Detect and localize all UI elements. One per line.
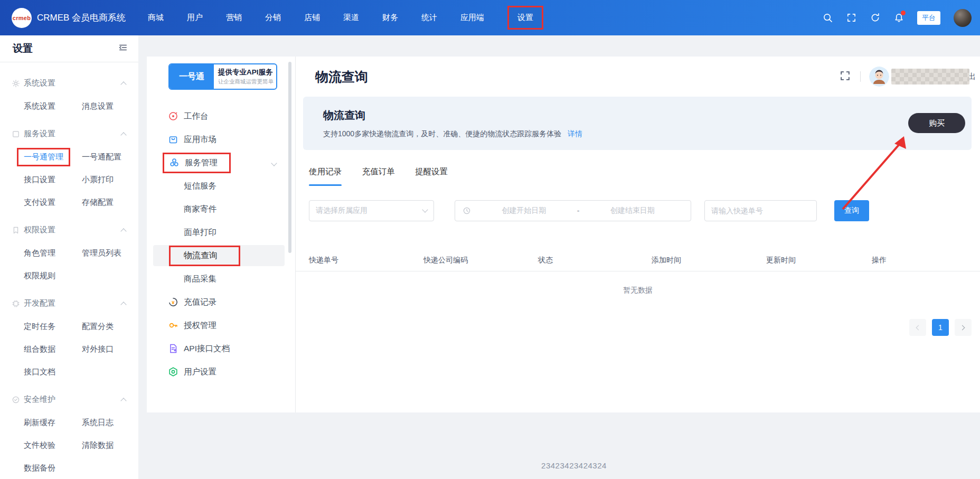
- nav-item-store[interactable]: 店铺: [304, 13, 320, 23]
- sidebar-item-data-backup[interactable]: 数据备份: [24, 456, 82, 479]
- nav-item-marketing[interactable]: 营销: [226, 13, 242, 23]
- nav-item-channel[interactable]: 渠道: [343, 13, 359, 23]
- bell-icon[interactable]: [893, 13, 904, 23]
- search-icon[interactable]: [822, 13, 833, 23]
- menu-label: 商品采集: [184, 274, 216, 285]
- sidebar-group-dev: 开发配置 定时任务 配置分类 组合数据 对外接口 接口文档: [0, 292, 138, 383]
- sidebar-item-admin-list[interactable]: 管理员列表: [82, 241, 138, 264]
- sidebar-item-file-verify[interactable]: 文件校验: [24, 434, 82, 456]
- sidebar-item-clear-data[interactable]: 清除数据: [82, 434, 138, 456]
- platform-badge[interactable]: 平台: [917, 11, 940, 25]
- nav-item-user[interactable]: 用户: [187, 13, 203, 23]
- divider: [860, 71, 861, 82]
- sidebar-group-header-permission[interactable]: 权限设置: [0, 219, 138, 241]
- sidebar-item-api-settings[interactable]: 接口设置: [24, 168, 82, 191]
- detail-link[interactable]: 详情: [568, 129, 582, 138]
- chevron-up-icon: [120, 228, 126, 234]
- menu-item-api-docs[interactable]: API接口文档: [147, 337, 295, 360]
- sidebar-item-storage-config[interactable]: 存储配置: [82, 191, 138, 213]
- sidebar-group-system: 系统设置 系统设置 消息设置: [0, 72, 138, 117]
- sidebar-item-system-settings[interactable]: 系统设置: [24, 95, 82, 117]
- group-items: 定时任务 配置分类 组合数据 对外接口 接口文档: [0, 315, 138, 383]
- table-header: 快递单号 快递公司编码 状态 添加时间 更新时间 操作: [296, 250, 980, 271]
- sidebar-item-refresh-cache[interactable]: 刷新缓存: [24, 411, 82, 434]
- search-button[interactable]: 查询: [834, 200, 869, 221]
- brand-title: CRMEB 会员电商系统: [37, 12, 126, 24]
- menu-item-logistics-query[interactable]: 物流查询: [153, 245, 285, 266]
- collapse-sidebar-icon[interactable]: [118, 43, 128, 54]
- date-range-picker[interactable]: 创建开始日期 - 创建结束日期: [455, 200, 691, 221]
- content-region: 一号通 提供专业API服务 让企业商城运营更简单 工作台: [138, 35, 980, 479]
- sidebar-item-api-docs[interactable]: 接口文档: [24, 360, 82, 383]
- menu-label: API接口文档: [184, 343, 230, 354]
- group-label: 服务设置: [24, 129, 55, 139]
- sidebar-group-header-system[interactable]: 系统设置: [0, 72, 138, 95]
- sidebar-item-receipt-print[interactable]: 小票打印: [82, 168, 138, 191]
- menu-item-label-print[interactable]: 面单打印: [147, 221, 295, 244]
- sidebar-item-cron-tasks[interactable]: 定时任务: [24, 315, 82, 337]
- nav-item-finance[interactable]: 财务: [382, 13, 398, 23]
- yuan-circle-icon: ¥: [168, 297, 178, 307]
- menu-item-recharge-records[interactable]: ¥ 充值记录: [147, 290, 295, 314]
- nav-item-mall[interactable]: 商城: [148, 13, 164, 23]
- service-banner: 物流查询 支持1000多家快递物流查询，及时、准确、便捷的物流状态跟踪服务体验 …: [303, 97, 972, 150]
- onepass-logo: 一号通: [169, 64, 214, 89]
- chevron-right-icon: [960, 325, 965, 330]
- tracking-number-input[interactable]: [711, 206, 810, 215]
- menu-item-user-settings[interactable]: 用户设置: [147, 360, 295, 383]
- menu-item-app-market[interactable]: 应用市场: [147, 128, 295, 151]
- settings-sidebar: 设置 系统设置 系统设置 消息设置: [0, 35, 138, 479]
- current-page[interactable]: 1: [932, 319, 949, 336]
- tab-usage-records[interactable]: 使用记录: [309, 166, 342, 186]
- buy-button[interactable]: 购买: [908, 113, 965, 133]
- prev-page-button[interactable]: [909, 319, 926, 336]
- sidebar-item-role-management[interactable]: 角色管理: [24, 241, 82, 264]
- sidebar-item-onepass-management[interactable]: 一号通管理: [24, 145, 82, 168]
- sidebar-item-combined-data[interactable]: 组合数据: [24, 337, 82, 360]
- sidebar-item-permission-rules[interactable]: 权限规则: [24, 264, 82, 287]
- menu-label: 面单打印: [184, 227, 216, 238]
- menu-item-product-collect[interactable]: 商品采集: [147, 267, 295, 290]
- nav-item-settings[interactable]: 设置: [507, 6, 543, 30]
- nav-item-app-client[interactable]: 应用端: [460, 13, 484, 23]
- menu-item-sms-service[interactable]: 短信服务: [147, 174, 295, 198]
- app-select-placeholder: 请选择所属应用: [316, 206, 368, 215]
- menu-label: 商家寄件: [184, 204, 216, 215]
- app-select[interactable]: 请选择所属应用: [309, 200, 434, 221]
- sidebar-item-payment-settings[interactable]: 支付设置: [24, 191, 82, 213]
- scrollbar[interactable]: [288, 62, 291, 253]
- menu-item-workbench[interactable]: 工作台: [147, 105, 295, 128]
- sidebar-item-external-api[interactable]: 对外接口: [82, 337, 138, 360]
- menu-label: 服务管理: [185, 157, 218, 168]
- user-avatar[interactable]: [869, 67, 889, 87]
- chevron-up-icon: [120, 132, 126, 138]
- group-label: 权限设置: [24, 225, 55, 235]
- menu-label: 充值记录: [184, 297, 216, 308]
- topnav-avatar[interactable]: [954, 9, 972, 27]
- nav-item-statistics[interactable]: 统计: [421, 13, 437, 23]
- clock-icon: [463, 206, 471, 215]
- sidebar-item-config-category[interactable]: 配置分类: [82, 315, 138, 337]
- menu-item-merchant-shipping[interactable]: 商家寄件: [147, 198, 295, 221]
- empty-state: 暂无数据: [296, 286, 980, 295]
- sidebar-group-header-dev[interactable]: 开发配置: [0, 292, 138, 315]
- fullscreen-icon[interactable]: [846, 13, 856, 23]
- fullscreen-icon[interactable]: [840, 70, 851, 83]
- nav-item-distribution[interactable]: 分销: [265, 13, 281, 23]
- logistics-query-page: 物流查询 退出: [296, 57, 980, 412]
- nodes-icon: [169, 157, 180, 168]
- sidebar-item-system-log[interactable]: 系统日志: [82, 411, 138, 434]
- sidebar-item-message-settings[interactable]: 消息设置: [82, 95, 138, 117]
- tab-recharge-orders[interactable]: 充值订单: [362, 166, 394, 186]
- onepass-brand-badge[interactable]: 一号通 提供专业API服务 让企业商城运营更简单: [168, 63, 277, 90]
- menu-item-auth-management[interactable]: 授权管理: [147, 314, 295, 337]
- next-page-button[interactable]: [955, 319, 972, 336]
- tab-reminder-settings[interactable]: 提醒设置: [415, 166, 448, 186]
- menu-item-service-management[interactable]: 服务管理: [147, 151, 295, 174]
- sidebar-group-header-service[interactable]: 服务设置: [0, 123, 138, 145]
- refresh-icon[interactable]: [870, 13, 880, 23]
- sidebar-item-onepass-config[interactable]: 一号通配置: [82, 145, 138, 168]
- sidebar-group-header-security[interactable]: 安全维护: [0, 388, 138, 411]
- banner-title: 物流查询: [323, 108, 972, 123]
- shopping-bag-icon: [168, 134, 178, 145]
